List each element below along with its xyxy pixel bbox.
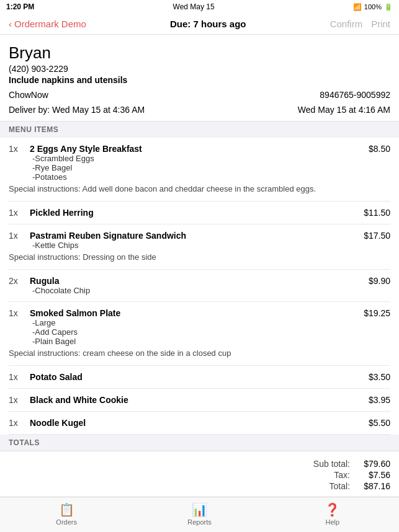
menu-item: 1x Smoked Salmon Plate -Large -Add Caper… (9, 302, 390, 366)
item-qty: 1x (9, 231, 24, 250)
menu-item-left: 1x Potato Salad (9, 372, 369, 382)
status-icons: 📶 100% 🔋 (353, 3, 393, 11)
item-qty: 1x (9, 372, 24, 382)
item-modifier: -Large (32, 318, 364, 327)
item-details: Rugula -Chocolate Chip (30, 276, 369, 295)
total-row: Total: $87.16 (9, 481, 390, 491)
menu-item-row: 1x Black and White Cookie $3.95 (9, 395, 390, 405)
item-name: Noodle Kugel (30, 418, 369, 428)
delivery-row: Deliver by: Wed May 15 at 4:36 AM Wed Ma… (9, 105, 390, 115)
item-qty: 1x (9, 418, 24, 428)
deliver-by: Deliver by: Wed May 15 at 4:36 AM (9, 105, 145, 115)
item-details: Potato Salad (30, 372, 369, 382)
status-time: 1:20 PM (6, 2, 34, 11)
item-modifier: -Add Capers (32, 327, 364, 337)
subtotal-row: Sub total: $79.60 (9, 459, 390, 469)
signal-icon: 📶 (353, 3, 362, 11)
item-modifier: -Rye Bagel (32, 163, 369, 172)
subtotal-value: $79.60 (356, 459, 390, 469)
battery-percentage: 100% (364, 3, 382, 11)
item-price: $9.90 (369, 276, 390, 286)
status-bar: 1:20 PM Wed May 15 📶 100% 🔋 (0, 0, 399, 14)
item-details: Pickled Herring (30, 208, 364, 218)
menu-item-row: 1x Pastrami Reuben Signature Sandwich -K… (9, 231, 390, 250)
back-label: Ordermark Demo (14, 19, 86, 29)
item-special-instructions: Special instructions: Add well done baco… (9, 182, 390, 195)
reports-tab-label: Reports (187, 518, 212, 526)
received-at: Wed May 15 at 4:16 AM (298, 105, 390, 115)
provider-name: ChowNow (9, 90, 48, 100)
item-name: Smoked Salmon Plate (30, 308, 364, 318)
item-modifier: -Potatoes (32, 172, 369, 182)
menu-items-list: 1x 2 Eggs Any Style Breakfast -Scrambled… (0, 138, 399, 435)
nav-title: Due: 7 hours ago (170, 19, 246, 29)
menu-item-left: 2x Rugula -Chocolate Chip (9, 276, 369, 295)
customer-phone: (420) 903-2229 (9, 64, 390, 74)
confirm-button[interactable]: Confirm (330, 19, 363, 29)
menu-item-row: 1x 2 Eggs Any Style Breakfast -Scrambled… (9, 144, 390, 182)
menu-item-left: 1x Pastrami Reuben Signature Sandwich -K… (9, 231, 364, 250)
item-price: $3.95 (369, 395, 390, 405)
item-qty: 1x (9, 144, 24, 182)
orders-icon: 📋 (59, 502, 74, 517)
menu-item: 1x Noodle Kugel $5.50 (9, 412, 390, 435)
item-details: 2 Eggs Any Style Breakfast -Scrambled Eg… (30, 144, 369, 182)
nav-actions: Confirm Print (330, 19, 390, 29)
item-name: 2 Eggs Any Style Breakfast (30, 144, 369, 154)
menu-section-header: MENU ITEMS (0, 122, 399, 138)
order-id: 8946765-9005992 (320, 90, 390, 100)
back-chevron-icon: ‹ (9, 19, 12, 29)
menu-item-row: 1x Potato Salad $3.50 (9, 372, 390, 382)
menu-item: 1x Black and White Cookie $3.95 (9, 389, 390, 412)
menu-item-row: 1x Pickled Herring $11.50 (9, 208, 390, 218)
item-qty: 1x (9, 308, 24, 346)
item-special-instructions: Special instructions: cream cheese on th… (9, 346, 390, 359)
item-qty: 1x (9, 395, 24, 405)
item-price: $8.50 (369, 144, 390, 154)
nav-bar: ‹ Ordermark Demo Due: 7 hours ago Confir… (0, 14, 399, 35)
menu-item-row: 2x Rugula -Chocolate Chip $9.90 (9, 276, 390, 295)
item-qty: 1x (9, 208, 24, 218)
item-price: $19.25 (364, 308, 390, 318)
menu-item: 1x Potato Salad $3.50 (9, 366, 390, 389)
item-special-instructions: Special instructions: Dressing on the si… (9, 250, 390, 263)
item-details: Noodle Kugel (30, 418, 369, 428)
customer-notes: Include napkins and utensils (9, 75, 390, 85)
print-button[interactable]: Print (371, 19, 390, 29)
item-name: Potato Salad (30, 372, 369, 382)
provider-row: ChowNow 8946765-9005992 (9, 90, 390, 100)
menu-item-left: 1x Pickled Herring (9, 208, 364, 218)
back-button[interactable]: ‹ Ordermark Demo (9, 19, 86, 29)
tax-row: Tax: $7.56 (9, 470, 390, 480)
battery-icon: 🔋 (384, 3, 393, 11)
item-details: Pastrami Reuben Signature Sandwich -Kett… (30, 231, 364, 250)
menu-item-row: 1x Noodle Kugel $5.50 (9, 418, 390, 428)
menu-item-left: 1x Smoked Salmon Plate -Large -Add Caper… (9, 308, 364, 346)
item-details: Smoked Salmon Plate -Large -Add Capers -… (30, 308, 364, 346)
total-value: $87.16 (356, 481, 390, 491)
item-qty: 2x (9, 276, 24, 295)
status-date: Wed May 15 (173, 2, 215, 11)
tab-bar: 📋 Orders 📊 Reports ❓ Help (0, 497, 399, 532)
item-name: Pickled Herring (30, 208, 364, 218)
item-modifier: -Kettle Chips (32, 241, 364, 250)
menu-item-row: 1x Smoked Salmon Plate -Large -Add Caper… (9, 308, 390, 346)
tab-orders[interactable]: 📋 Orders (0, 502, 133, 526)
tab-help[interactable]: ❓ Help (266, 502, 399, 526)
subtotal-label: Sub total: (313, 459, 350, 469)
menu-item: 2x Rugula -Chocolate Chip $9.90 (9, 270, 390, 302)
menu-item-left: 1x Black and White Cookie (9, 395, 369, 405)
total-label: Total: (330, 481, 350, 491)
help-tab-label: Help (326, 518, 340, 526)
item-price: $17.50 (364, 231, 390, 241)
tab-reports[interactable]: 📊 Reports (133, 502, 266, 526)
item-price: $5.50 (369, 418, 390, 428)
reports-icon: 📊 (192, 502, 207, 517)
item-name: Rugula (30, 276, 369, 286)
totals-section: Sub total: $79.60 Tax: $7.56 Total: $87.… (0, 451, 399, 500)
item-price: $11.50 (364, 208, 390, 218)
menu-item: 1x 2 Eggs Any Style Breakfast -Scrambled… (9, 138, 390, 202)
tax-value: $7.56 (356, 470, 390, 480)
item-name: Pastrami Reuben Signature Sandwich (30, 231, 364, 241)
menu-item-left: 1x 2 Eggs Any Style Breakfast -Scrambled… (9, 144, 369, 182)
